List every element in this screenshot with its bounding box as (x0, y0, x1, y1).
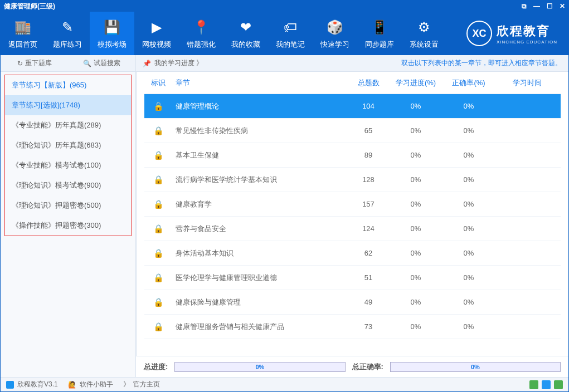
brand-name: 欣程教育 (497, 23, 557, 40)
titlebar: 健康管理师(三级) ⧉ — ☐ ✕ (1, 1, 568, 12)
row-accuracy: 0% (444, 175, 494, 184)
row-total: 104 (349, 102, 388, 110)
sidebar-item[interactable]: 章节练习【新版】(965) (5, 75, 131, 95)
helper-link[interactable]: 软件小助手 (80, 380, 113, 389)
breadcrumb-bar: 📌 我的学习进度 》 双击以下列表中的某一章节，即可进入相应章节答题。 (136, 55, 568, 72)
table-row[interactable]: 🔒 健康管理服务营销与相关健康产品 73 0% 0% (144, 315, 561, 339)
lock-icon: 🔒 (153, 150, 164, 160)
row-total: 51 (349, 273, 388, 282)
row-title: 营养与食品安全 (172, 224, 349, 234)
table-row[interactable]: 🔒 健康保险与健康管理 49 0% 0% (144, 290, 561, 315)
nav-item-0[interactable]: 🏬返回首页 (1, 12, 45, 55)
statusbar: 欣程教育V3.1 🙋 软件小助手 》 官方主页 (1, 377, 568, 391)
sidebar-item[interactable]: 《专业技能》模考试卷(100) (5, 155, 131, 175)
nav-label: 我的笔记 (276, 40, 305, 50)
nav-icon: 💾 (103, 18, 121, 37)
row-total: 124 (349, 224, 388, 233)
nav-icon: 📱 (370, 18, 389, 37)
window-restore-icon[interactable]: ⧉ (522, 2, 527, 10)
sidebar-item[interactable]: 《操作技能》押题密卷(300) (5, 215, 131, 236)
nav-label: 返回首页 (8, 40, 37, 50)
official-link[interactable]: 官方主页 (133, 380, 160, 389)
total-progress-bar: 0% (174, 362, 345, 372)
sidebar-item[interactable]: 《理论知识》历年真题(683) (5, 135, 131, 155)
nav-item-9[interactable]: ⚙系统设置 (402, 12, 446, 55)
table-row[interactable]: 🔒 医学伦理学与健康管理职业道德 51 0% 0% (144, 266, 561, 290)
table-row[interactable]: 🔒 健康管理概论 104 0% 0% (144, 94, 561, 119)
table-row[interactable]: 🔒 健康教育学 157 0% 0% (144, 192, 561, 217)
reload-db-button[interactable]: ↻ 重下题库 (1, 58, 68, 68)
col-total: 总题数 (349, 78, 388, 88)
lock-icon: 🔒 (153, 199, 164, 209)
row-total: 73 (349, 322, 388, 331)
col-chapter: 章节 (172, 78, 349, 88)
row-title: 身体活动基本知识 (172, 248, 349, 258)
table-row[interactable]: 🔒 基本卫生保健 89 0% 0% (144, 143, 561, 168)
nav-icon: 🏷 (281, 18, 300, 37)
row-total: 62 (349, 249, 388, 257)
search-questions-button[interactable]: 🔍 试题搜索 (68, 58, 135, 68)
nav-item-7[interactable]: 🎲快速学习 (313, 12, 357, 55)
window-close-icon[interactable]: ✕ (560, 2, 565, 10)
row-accuracy: 0% (444, 224, 494, 233)
row-total: 157 (349, 200, 388, 208)
sidebar-item[interactable]: 《专业技能》历年真题(289) (5, 115, 131, 135)
status-icon-3[interactable] (554, 380, 563, 389)
refresh-icon: ↻ (17, 60, 23, 67)
window-maximize-icon[interactable]: ☐ (547, 2, 553, 10)
table-row[interactable]: 🔒 营养与食品安全 124 0% 0% (144, 217, 561, 241)
lock-icon: 🔒 (153, 297, 164, 307)
search-icon: 🔍 (83, 60, 91, 67)
pin-icon: 📌 (143, 60, 151, 67)
sidebar-item[interactable]: 《理论知识》模考试卷(900) (5, 175, 131, 195)
total-progress-label: 总进度: (144, 362, 168, 372)
row-accuracy: 0% (444, 102, 494, 110)
nav-icon: ❤ (236, 18, 255, 37)
nav-item-2[interactable]: 💾模拟考场 (90, 12, 134, 55)
window-minimize-icon[interactable]: — (533, 2, 540, 10)
row-accuracy: 0% (444, 200, 494, 208)
nav-item-6[interactable]: 🏷我的笔记 (268, 12, 313, 55)
status-icon-1[interactable] (529, 380, 538, 389)
table-row[interactable]: 🔒 常见慢性非传染性疾病 65 0% 0% (144, 119, 561, 143)
table-header: 标识 章节 总题数 学习进度(%) 正确率(%) 学习时间 (144, 72, 561, 94)
row-title: 健康管理概论 (172, 101, 349, 111)
row-progress: 0% (388, 102, 444, 110)
col-time: 学习时间 (494, 78, 561, 88)
row-progress: 0% (388, 151, 444, 159)
nav-label: 题库练习 (53, 40, 82, 50)
chevron-icon: 》 (123, 380, 130, 389)
row-progress: 0% (388, 273, 444, 282)
lock-icon: 🔒 (153, 273, 164, 282)
table-row[interactable]: 🔒 身体活动基本知识 62 0% 0% (144, 241, 561, 266)
sidebar-item[interactable]: 《理论知识》押题密卷(500) (5, 195, 131, 215)
row-total: 49 (349, 298, 388, 306)
row-title: 医学伦理学与健康管理职业道德 (172, 273, 349, 283)
main-navbar: 🏬返回首页✎题库练习💾模拟考场▶网校视频📍错题强化❤我的收藏🏷我的笔记🎲快速学习… (1, 12, 568, 55)
lock-icon: 🔒 (153, 101, 164, 111)
nav-item-1[interactable]: ✎题库练习 (45, 12, 90, 55)
row-title: 基本卫生保健 (172, 150, 349, 160)
table-row[interactable]: 🔒 流行病学和医学统计学基本知识 128 0% 0% (144, 168, 561, 192)
brand-logo-icon: XC (466, 21, 492, 46)
row-accuracy: 0% (444, 322, 494, 331)
nav-item-8[interactable]: 📱同步题库 (357, 12, 402, 55)
col-progress: 学习进度(%) (388, 78, 444, 88)
breadcrumb[interactable]: 我的学习进度 》 (154, 58, 203, 68)
nav-label: 错题强化 (187, 40, 216, 50)
row-title: 常见慢性非传染性疾病 (172, 126, 349, 136)
brand-sub: XINCHENG EDUCATION (497, 40, 557, 45)
row-title: 健康管理服务营销与相关健康产品 (172, 322, 349, 332)
nav-item-3[interactable]: ▶网校视频 (134, 12, 179, 55)
sidebar-item[interactable]: 章节练习[选做](1748) (5, 95, 131, 115)
nav-item-5[interactable]: ❤我的收藏 (223, 12, 268, 55)
status-icon-2[interactable] (542, 380, 551, 389)
app-logo-icon (6, 381, 14, 389)
nav-item-4[interactable]: 📍错题强化 (179, 12, 223, 55)
row-progress: 0% (388, 249, 444, 257)
lock-icon: 🔒 (153, 322, 164, 331)
hint-text: 双击以下列表中的某一章节，即可进入相应章节答题。 (401, 58, 562, 68)
brand: XC欣程教育XINCHENG EDUCATION (446, 12, 568, 55)
row-total: 128 (349, 175, 388, 184)
nav-icon: ⚙ (415, 18, 434, 37)
